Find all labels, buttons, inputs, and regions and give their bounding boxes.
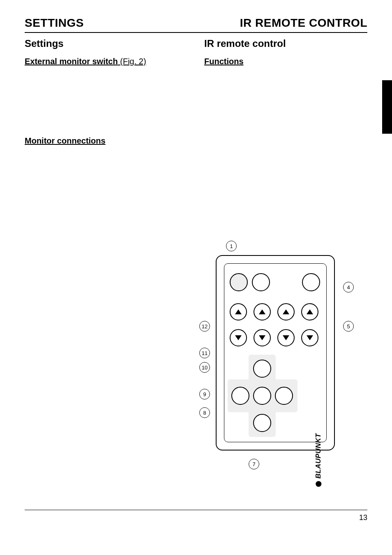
- header-right: IR REMOTE CONTROL: [240, 16, 367, 30]
- header-left: SETTINGS: [25, 16, 84, 30]
- callout-5: 5: [343, 321, 354, 332]
- remote-button-r1c2: [252, 273, 270, 291]
- callout-7: 7: [249, 459, 259, 469]
- callout-8: 8: [199, 407, 210, 418]
- settings-title: Settings: [25, 38, 188, 49]
- remote-button-down-2: [254, 329, 271, 346]
- triangle-up-icon: [283, 309, 289, 314]
- remote-dpad-right: [275, 387, 293, 405]
- callout-4: 4: [343, 282, 354, 293]
- triangle-down-icon: [307, 335, 313, 340]
- callout-1: 1: [226, 241, 237, 251]
- remote-outer-frame: BLAUPUNKT: [216, 255, 335, 451]
- page-number: 13: [359, 513, 367, 522]
- remote-dpad-left: [231, 387, 249, 405]
- external-monitor-bold: External monitor switch: [25, 57, 118, 66]
- external-monitor-heading: External monitor switch (Fig. 2): [25, 57, 188, 66]
- remote-button-up-4: [301, 303, 318, 320]
- brand-label: BLAUPUNKT: [314, 433, 323, 487]
- brand-dot-icon: [316, 481, 321, 487]
- brand-text: BLAUPUNKT: [314, 433, 323, 478]
- callout-12: 12: [199, 321, 210, 332]
- triangle-up-icon: [235, 309, 242, 314]
- remote-button-down-1: [230, 329, 247, 346]
- callout-11: 11: [199, 348, 210, 358]
- remote-dpad-center: [253, 387, 271, 405]
- monitor-connections-heading: Monitor connections: [25, 136, 188, 146]
- remote-button-r1c1: [230, 273, 248, 291]
- callout-9: 9: [199, 389, 210, 399]
- triangle-down-icon: [235, 335, 242, 340]
- top-header-row: SETTINGS IR REMOTE CONTROL: [25, 16, 367, 33]
- right-column: IR remote control Functions: [204, 38, 367, 146]
- triangle-up-icon: [259, 309, 265, 314]
- remote-diagram: BLAUPUNKT 1 4 5 12 11 10 9 8 7: [193, 243, 370, 481]
- remote-dpad-down: [253, 414, 271, 432]
- functions-heading: Functions: [204, 57, 367, 66]
- functions-label: Functions: [204, 57, 244, 66]
- side-tab-marker: [382, 80, 392, 134]
- page-footer: 13: [25, 510, 367, 522]
- remote-button-up-2: [254, 303, 271, 320]
- triangle-up-icon: [307, 309, 313, 314]
- remote-button-up-3: [277, 303, 295, 320]
- remote-button-r1c3: [302, 273, 320, 291]
- remote-button-down-4: [301, 329, 318, 346]
- remote-button-up-1: [230, 303, 247, 320]
- remote-button-down-3: [277, 329, 295, 346]
- remote-dpad-up: [253, 360, 271, 378]
- left-column: Settings External monitor switch (Fig. 2…: [25, 38, 188, 146]
- external-monitor-fig: (Fig. 2): [118, 57, 146, 66]
- callout-10: 10: [199, 362, 210, 373]
- triangle-down-icon: [283, 335, 289, 340]
- triangle-down-icon: [259, 335, 265, 340]
- ir-remote-title: IR remote control: [204, 38, 367, 49]
